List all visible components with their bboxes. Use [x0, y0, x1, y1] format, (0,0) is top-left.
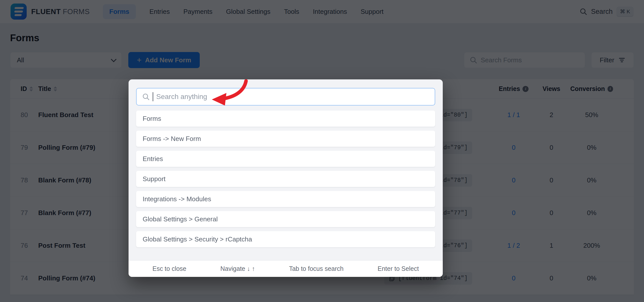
result-item-global-settings-general[interactable]: Global Settings > General [136, 211, 435, 227]
search-icon [142, 93, 150, 100]
result-item-global-settings-security[interactable]: Global Settings > Security > rCaptcha [136, 231, 435, 247]
quick-search-modal: Search anything Forms Forms -> New Form … [129, 79, 443, 277]
result-item-integrations-modules[interactable]: Integrations -> Modules [136, 191, 435, 207]
quick-search-results: Forms Forms -> New Form Entries Support … [136, 111, 435, 247]
hint-navigate: Navigate ↓ ↑ [220, 265, 255, 272]
result-item-new-form[interactable]: Forms -> New Form [136, 131, 435, 147]
text-caret [153, 92, 153, 101]
quick-search-placeholder: Search anything [156, 93, 207, 101]
result-item-support[interactable]: Support [136, 171, 435, 187]
modal-footer: Esc to close Navigate ↓ ↑ Tab to focus s… [129, 260, 443, 277]
hint-tab: Tab to focus search [289, 265, 344, 272]
result-item-forms[interactable]: Forms [136, 111, 435, 127]
quick-search-input[interactable]: Search anything [136, 88, 435, 106]
result-item-entries[interactable]: Entries [136, 151, 435, 167]
hint-enter: Enter to Select [378, 265, 419, 272]
hint-esc: Esc to close [152, 265, 186, 272]
